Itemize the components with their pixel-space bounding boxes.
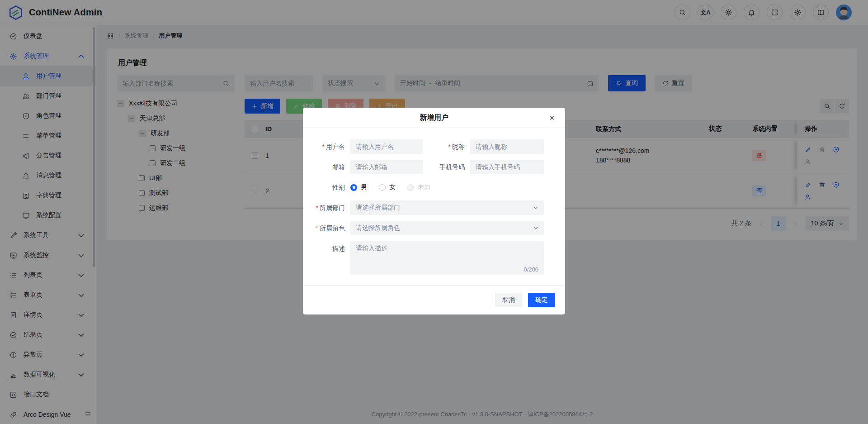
phone-field[interactable] — [476, 163, 538, 171]
close-icon[interactable]: ✕ — [546, 108, 558, 128]
role-select[interactable]: 请选择所属角色 — [350, 221, 544, 235]
phone-input[interactable] — [470, 160, 544, 174]
chevron-down-icon — [533, 205, 538, 210]
radio-checked-icon — [350, 184, 357, 191]
nickname-label: 昵称 — [423, 139, 465, 154]
department-select[interactable]: 请选择所属部门 — [350, 200, 544, 215]
gender-radio-group: 男 女 未知 — [350, 180, 430, 195]
confirm-button[interactable]: 确定 — [528, 293, 555, 307]
char-counter: 0/200 — [524, 266, 538, 273]
username-label: 用户名 — [310, 139, 345, 154]
add-user-modal: 新增用户 ✕ 用户名 昵称 邮箱 手机号码 — [303, 108, 565, 314]
description-placeholder: 请输入描述 — [356, 244, 538, 252]
department-label: 所属部门 — [310, 200, 345, 215]
role-placeholder: 请选择所属角色 — [356, 224, 400, 232]
modal-header: 新增用户 ✕ — [303, 108, 565, 128]
description-label: 描述 — [310, 241, 345, 256]
modal-body: 用户名 昵称 邮箱 手机号码 性别 — [303, 128, 565, 285]
department-placeholder: 请选择所属部门 — [356, 204, 400, 212]
gender-male-radio[interactable]: 男 — [350, 183, 367, 191]
modal-title: 新增用户 — [420, 113, 448, 123]
gender-female-radio[interactable]: 女 — [379, 183, 396, 191]
username-field[interactable] — [356, 143, 418, 150]
gender-label: 性别 — [310, 180, 345, 195]
chevron-down-icon — [533, 225, 538, 231]
app-root: ContiNew Admin 文A 仪表盘 系统管理 — [0, 0, 868, 424]
username-input[interactable] — [350, 139, 423, 154]
nickname-field[interactable] — [476, 143, 538, 150]
nickname-input[interactable] — [470, 139, 544, 154]
phone-label: 手机号码 — [423, 160, 465, 174]
email-input[interactable] — [350, 160, 423, 174]
email-field[interactable] — [356, 163, 418, 171]
description-textarea[interactable]: 请输入描述 0/200 — [350, 241, 544, 275]
email-label: 邮箱 — [310, 160, 345, 174]
gender-unknown-radio: 未知 — [407, 183, 430, 191]
cancel-button[interactable]: 取消 — [495, 293, 522, 307]
radio-unchecked-icon — [379, 184, 386, 191]
modal-footer: 取消 确定 — [303, 285, 565, 314]
role-label: 所属角色 — [310, 221, 345, 235]
radio-disabled-icon — [407, 184, 414, 191]
